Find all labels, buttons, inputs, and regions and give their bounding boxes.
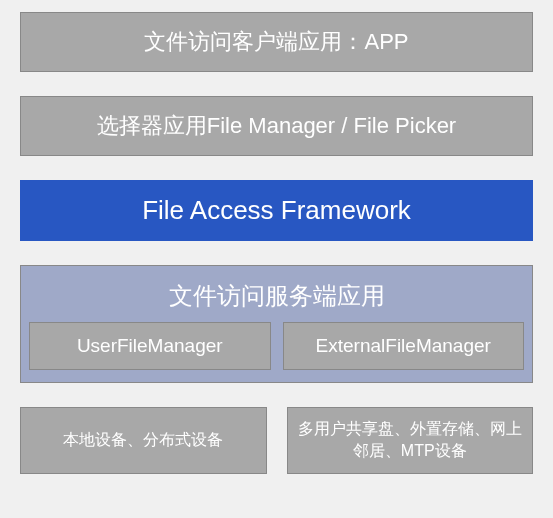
external-storage-label: 多用户共享盘、外置存储、网上邻居、MTP设备 — [294, 418, 527, 463]
app-layer-label: 文件访问客户端应用：APP — [144, 27, 408, 57]
app-layer-box: 文件访问客户端应用：APP — [20, 12, 533, 72]
user-file-manager-box: UserFileManager — [29, 322, 271, 370]
user-file-manager-label: UserFileManager — [77, 335, 223, 356]
server-layer-title: 文件访问服务端应用 — [29, 274, 524, 322]
local-storage-box: 本地设备、分布式设备 — [20, 407, 267, 474]
external-file-manager-box: ExternalFileManager — [283, 322, 525, 370]
server-modules-row: UserFileManager ExternalFileManager — [29, 322, 524, 370]
external-file-manager-label: ExternalFileManager — [316, 335, 491, 356]
framework-layer-box: File Access Framework — [20, 180, 533, 241]
framework-layer-label: File Access Framework — [142, 195, 411, 226]
server-layer-container: 文件访问服务端应用 UserFileManager ExternalFileMa… — [20, 265, 533, 383]
picker-layer-label: 选择器应用File Manager / File Picker — [97, 111, 456, 141]
storage-layer-row: 本地设备、分布式设备 多用户共享盘、外置存储、网上邻居、MTP设备 — [20, 407, 533, 474]
external-storage-box: 多用户共享盘、外置存储、网上邻居、MTP设备 — [287, 407, 534, 474]
local-storage-label: 本地设备、分布式设备 — [63, 429, 223, 451]
picker-layer-box: 选择器应用File Manager / File Picker — [20, 96, 533, 156]
